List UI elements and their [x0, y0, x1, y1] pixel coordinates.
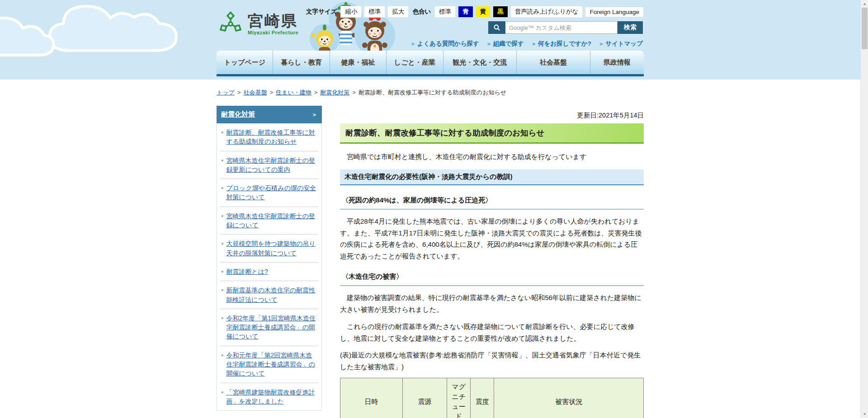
sidebar-link[interactable]: 耐震診断とは?: [226, 267, 268, 276]
nav-item-health-welfare[interactable]: 健康・福祉: [330, 51, 387, 74]
sidebar-link[interactable]: 「宮崎県建築物耐震改修促進計画」を改定しました: [226, 388, 317, 406]
sidebar-link[interactable]: 令和2年度「第1回宮崎県木造住宅耐震診断士養成講習会」の開催について: [226, 314, 317, 341]
bullet-icon: ●: [221, 186, 223, 202]
search-button[interactable]: 検索: [618, 21, 643, 34]
color-scheme-label: 色合い: [412, 8, 431, 16]
sub-heading: 〈死因の約84%は、家屋の倒壊等による圧迫死〉: [340, 196, 644, 210]
quick-link-sitemap[interactable]: サイトマップ: [599, 40, 643, 48]
site-name-en: Miyazaki Prefecture: [248, 30, 298, 35]
column-header-epicenter: 震源: [403, 378, 447, 418]
breadcrumb-link-infrastructure[interactable]: 社会基盤: [244, 89, 267, 96]
list-item: ●宮崎県木造住宅耐震診断士の登録について: [220, 207, 318, 235]
search-input[interactable]: [505, 21, 618, 34]
logo-text: 宮崎県 Miyazaki Prefecture: [248, 13, 298, 35]
bullet-icon: ●: [221, 316, 223, 341]
quick-link-organization[interactable]: 組織で探す: [486, 40, 524, 48]
breadcrumb-link-top[interactable]: トップ: [217, 89, 235, 96]
quick-link-faq[interactable]: よくある質問から探す: [410, 40, 479, 48]
body-paragraph: これらの現行の耐震基準を満たさない既存建築物について耐震診断を行い、必要に応じて…: [340, 321, 644, 344]
content-wrap: トップ>社会基盤>住まい・建物>耐震化対策>耐震診断、耐震改修工事等に対する助成…: [217, 89, 644, 418]
sidebar-menu: ●耐震診断、耐震改修工事等に対する助成制度のお知らせ ●宮崎県木造住宅耐震診断士…: [217, 123, 322, 411]
bullet-icon: ●: [221, 158, 223, 174]
bullet-icon: ●: [221, 214, 223, 230]
nav-item-prefectural-info[interactable]: 県政情報: [590, 51, 644, 74]
font-size-label: 文字サイズ: [306, 8, 337, 16]
scrollbar-down-arrow-icon[interactable]: ▼: [861, 410, 868, 418]
earthquake-table: 日時 震源 マグニチュード 震度 被害状況 2003年7月26日 (平成15年)…: [340, 378, 644, 418]
list-item: ●令和2年度「第1回宮崎県木造住宅耐震診断士養成講習会」の開催について: [220, 309, 318, 346]
sidebar-link[interactable]: 宮崎県木造住宅耐震診断士の登録更新についての案内: [226, 156, 317, 174]
chevron-right-icon: [311, 110, 317, 119]
columns: 耐震化対策 ●耐震診断、耐震改修工事等に対する助成制度のお知らせ ●宮崎県木造住…: [217, 106, 644, 418]
table-header-row: 日時 震源 マグニチュード 震度 被害状況: [340, 378, 644, 418]
breadcrumb-link-seismic[interactable]: 耐震化対策: [320, 89, 349, 96]
site-search: 検索: [488, 21, 643, 34]
list-item: ●大規模空間を持つ建築物の吊り天井の脱落対策について: [220, 235, 318, 263]
list-item: ●ブロック塀や石積みの塀の安全対策について: [220, 179, 318, 207]
section-heading: 木造住宅耐震化の必要性(阪神・淡路大震災からの教訓): [340, 169, 644, 185]
cloud-decoration: [0, 10, 68, 60]
sidebar-link[interactable]: 大規模空間を持つ建築物の吊り天井の脱落対策について: [226, 239, 317, 258]
color-blue-button[interactable]: 青: [458, 6, 473, 18]
search-icon: [488, 21, 505, 34]
nav-item-work-industry[interactable]: しごと・産業: [387, 51, 443, 74]
breadcrumb-separator: >: [352, 89, 356, 96]
list-item: ●新耐震基準の木造住宅の耐震性能検証法について: [220, 281, 318, 309]
main-nav: トップページ 暮らし・教育 健康・福祉 しごと・産業 観光・文化・交流 社会基盤…: [217, 51, 644, 76]
breadcrumb-separator: >: [314, 89, 318, 96]
bullet-icon: ●: [221, 130, 223, 146]
quick-link-what-looking-for[interactable]: 何をお探しですか?: [531, 40, 591, 48]
site-name: 宮崎県: [248, 13, 298, 28]
body-paragraph: 建築物の被害調査の結果、特に現行の耐震基準を満たさない昭和56年以前に建築された…: [340, 292, 644, 315]
sidebar-title[interactable]: 耐震化対策: [217, 106, 322, 123]
sub-heading: 〈木造住宅の被害〉: [340, 272, 644, 286]
sidebar-link[interactable]: 令和元年度「第2回宮崎県木造住宅耐震診断士養成講習会」の開催について: [226, 351, 317, 378]
column-header-intensity: 震度: [471, 378, 494, 418]
bullet-icon: ●: [221, 288, 223, 304]
breadcrumb-link-housing[interactable]: 住まい・建物: [276, 89, 311, 96]
site-header: 宮崎県 Miyazaki Prefecture: [0, 0, 868, 80]
breadcrumb-current: 耐震診断、耐震改修工事等に対する助成制度のお知らせ: [359, 89, 506, 96]
nav-item-infrastructure[interactable]: 社会基盤: [517, 51, 590, 74]
breadcrumb-separator: >: [270, 89, 274, 96]
site-logo[interactable]: 宮崎県 Miyazaki Prefecture: [217, 11, 298, 37]
sidebar-link[interactable]: 宮崎県木造住宅耐震診断士の登録について: [226, 211, 317, 230]
bullet-icon: ●: [221, 353, 223, 378]
color-black-button[interactable]: 黒: [493, 6, 508, 18]
cloud-decoration: [43, 0, 206, 54]
list-item: ●耐震診断、耐震改修工事等に対する助成制度のお知らせ: [220, 123, 318, 151]
miyazaki-emblem-icon: [217, 11, 244, 37]
breadcrumb: トップ>社会基盤>住まい・建物>耐震化対策>耐震診断、耐震改修工事等に対する助成…: [217, 89, 644, 97]
column-header-magnitude: マグニチュード: [447, 378, 471, 418]
quick-links: よくある質問から探す 組織で探す 何をお探しですか? サイトマップ: [410, 40, 643, 48]
color-standard-button[interactable]: 標準: [434, 6, 456, 18]
sidebar-link[interactable]: 耐震診断、耐震改修工事等に対する助成制度のお知らせ: [226, 128, 317, 146]
nav-item-living-education[interactable]: 暮らし・教育: [273, 51, 330, 74]
bullet-icon: ●: [221, 241, 223, 258]
font-size-standard-button[interactable]: 標準: [364, 6, 385, 18]
intro-paragraph: 宮崎県では市町村と連携し、木造住宅の耐震化に対する助成を行なっています: [340, 153, 644, 161]
sidebar-link[interactable]: 新耐震基準の木造住宅の耐震性能検証法について: [226, 286, 317, 304]
foreign-language-button[interactable]: Foreign Language: [585, 7, 644, 17]
color-yellow-button[interactable]: 黄: [476, 6, 491, 18]
list-item: ●宮崎県木造住宅耐震診断士の登録更新についての案内: [220, 151, 318, 179]
font-size-shrink-button[interactable]: 縮小: [340, 6, 362, 18]
column-header-damage: 被害状況: [494, 378, 644, 418]
text-to-speech-button[interactable]: 音声読み上げ/ふりがな: [510, 6, 583, 18]
font-size-enlarge-button[interactable]: 拡大: [387, 6, 409, 18]
body-paragraph: 平成28年4月に発生した熊本地震では、古い家屋の倒壊により多くの尊い人命が失われ…: [340, 216, 644, 262]
list-item: ●「宮崎県建築物耐震改修促進計画」を改定しました: [220, 383, 318, 411]
list-item: ●耐震診断とは?: [220, 263, 318, 281]
sidebar-link[interactable]: ブロック塀や石積みの塀の安全対策について: [226, 183, 317, 202]
sidebar-title-label: 耐震化対策: [221, 110, 255, 119]
page: 宮崎県 Miyazaki Prefecture: [0, 0, 868, 418]
scrollbar-thumb[interactable]: [862, 8, 868, 49]
scrollbar-up-arrow-icon[interactable]: ▲: [861, 0, 868, 8]
breadcrumb-separator: >: [237, 89, 241, 96]
nav-item-home[interactable]: トップページ: [217, 51, 273, 74]
nav-item-tourism-culture-exchange[interactable]: 観光・文化・交流: [443, 51, 517, 74]
table-caption: (表)最近の大規模な地震被害(参考:総務省消防庁「災害情報」、国土交通省気象庁「…: [340, 349, 644, 372]
updated-date: 更新日:2021年5月14日: [340, 111, 644, 120]
column-header-date: 日時: [340, 378, 403, 418]
scrollbar[interactable]: ▲ ▼: [860, 0, 868, 418]
